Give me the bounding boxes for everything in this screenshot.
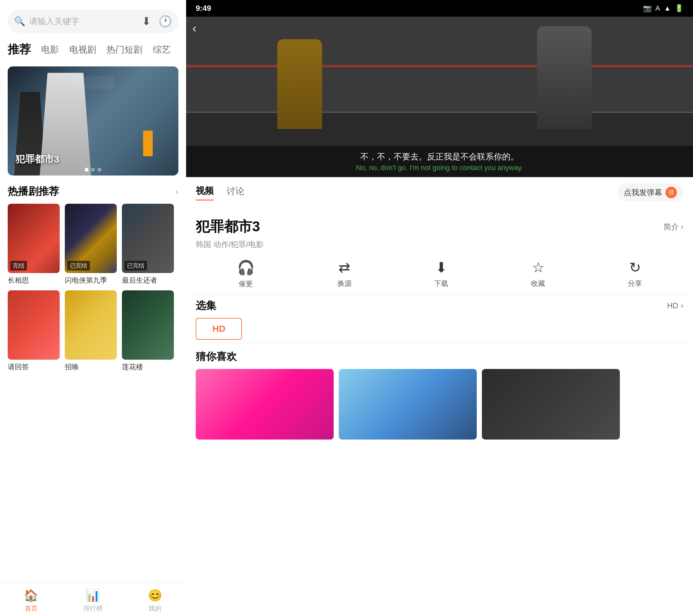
drama-card-3[interactable]: 请回答 [8,290,60,372]
bottom-nav-mine[interactable]: 😊 我的 [124,589,186,613]
tab-movie[interactable]: 电影 [41,41,59,58]
tab-short[interactable]: 热门短剧 [106,41,142,58]
collect-icon: ☆ [532,259,544,276]
battery-icon: 🔋 [675,4,684,13]
drama-title-1: 闪电侠第九季 [65,276,117,285]
drama-card-1[interactable]: 已完结 闪电侠第九季 [65,204,117,285]
bottom-nav-rank[interactable]: 📊 排行榜 [62,589,124,613]
movie-intro-button[interactable]: 简介 › [664,222,684,232]
hd-arrow: › [681,301,684,310]
drama-title-5: 莲花楼 [122,362,174,372]
drama-card-5[interactable]: 莲花楼 [122,290,174,372]
drama-title-4: 招唤 [65,362,117,372]
action-cuigeng[interactable]: 🎧 催更 [237,259,255,289]
status-bar: 9:49 📷 A ▲ 🔋 [186,0,693,17]
drama-card-4[interactable]: 招唤 [65,290,117,372]
download-icon: ⬇ [435,259,447,276]
nav-tabs: 推荐 电影 电视剧 热门短剧 综艺 [0,39,186,60]
intro-label: 简介 [664,222,679,232]
subtitle-english: No, no, don't go. I'm not going to conta… [193,164,687,172]
drama-badge-0: 完结 [10,261,27,271]
home-label: 首页 [25,604,38,613]
tab-recommend[interactable]: 推荐 [8,39,31,60]
drama-card-img-0: 完结 [8,204,60,273]
hero-dot-1 [85,168,88,172]
tab-variety[interactable]: 综艺 [153,41,171,58]
rank-icon: 📊 [86,589,100,602]
a-icon: A [655,4,660,13]
tab-discussion[interactable]: 讨论 [226,185,244,200]
action-buttons: 🎧 催更 ⇄ 换源 ⬇ 下载 ☆ 收藏 ↻ 分享 [186,250,693,295]
figure-left [277,39,322,129]
rec-card-2[interactable] [482,369,620,440]
subtitle-chinese: 不，不，不要去。反正我是不会联系你的。 [193,151,687,162]
tab-tv[interactable]: 电视剧 [69,41,96,58]
hero-dot-3 [98,168,101,172]
drama-card-0[interactable]: 完结 长相思 [8,204,60,285]
right-panel: 9:49 📷 A ▲ 🔋 ‹ 不，不，不要去。反正我是不会联系你的。 No, n… [186,0,693,616]
huanyuan-icon: ⇄ [338,259,350,276]
hero-detail [143,131,153,156]
rec-card-0[interactable] [196,369,334,440]
search-placeholder: 请输入关键字 [29,16,137,27]
hero-banner[interactable]: 犯罪都市3 [8,66,178,176]
bottom-nav-home[interactable]: 🏠 首页 [0,589,62,613]
drama-title-0: 长相思 [8,276,60,285]
camera-icon: 📷 [643,4,652,13]
search-bar[interactable]: 🔍 请输入关键字 ⬇ 🕐 [8,9,178,33]
tab-video[interactable]: 视频 [196,185,214,200]
episodes-section: 选集 HD › HD [186,295,693,343]
hot-section-arrow[interactable]: › [175,186,178,197]
intro-arrow: › [681,222,684,231]
hot-section-header: 热播剧推荐 › [0,176,186,204]
mine-label: 我的 [148,604,161,613]
history-icon[interactable]: 🕐 [158,15,172,27]
rec-card-1[interactable] [339,369,477,440]
collect-label: 收藏 [531,279,545,289]
cuigeng-label: 催更 [239,279,253,289]
episode-chip-hd[interactable]: HD [196,318,684,340]
search-icon: 🔍 [14,16,25,27]
drama-card-img-5 [122,290,174,360]
hero-scene [72,76,114,89]
huanyuan-label: 换源 [338,279,352,289]
status-time: 9:49 [196,4,211,13]
left-panel: 🔍 请输入关键字 ⬇ 🕐 推荐 电影 电视剧 热门短剧 综艺 犯罪都市3 热播剧… [0,0,186,616]
subtitle-area: 不，不，不要去。反正我是不会联系你的。 No, no, don't go. I'… [186,146,693,177]
rec-grid [196,369,684,440]
movie-tags: 韩国 动作/犯罪/电影 [196,239,684,250]
home-icon: 🏠 [24,589,38,602]
figure-right [537,26,592,129]
hero-dots [85,168,101,172]
share-icon: ↻ [629,259,641,276]
drama-badge-2: 已完结 [124,261,147,271]
rec-title: 猜你喜欢 [196,350,684,364]
download-label: 下载 [434,279,448,289]
download-icon[interactable]: ⬇ [142,15,151,27]
cuigeng-icon: 🎧 [237,259,255,276]
drama-badge-1: 已完结 [67,261,90,271]
danmu-badge: 弹 [666,187,677,198]
wifi-icon: ▲ [664,4,671,13]
drama-title-3: 请回答 [8,362,60,372]
action-huanyuan[interactable]: ⇄ 换源 [338,259,352,289]
status-icons: 📷 A ▲ 🔋 [643,4,684,13]
drama-card-2[interactable]: 已完结 最后生还者 [122,204,174,285]
video-player[interactable]: ‹ 不，不，不要去。反正我是不会联系你的。 No, no, don't go. … [186,17,693,177]
hd-label: HD [667,301,678,310]
hero-title: 犯罪都市3 [15,153,59,166]
movie-title-row: 犯罪都市3 简介 › [196,217,684,236]
action-collect[interactable]: ☆ 收藏 [531,259,545,289]
rank-label: 排行榜 [83,604,103,613]
action-share[interactable]: ↻ 分享 [628,259,642,289]
movie-info: 犯罪都市3 简介 › 韩国 动作/犯罪/电影 [186,208,693,250]
episodes-hd-button[interactable]: HD › [667,301,684,310]
drama-card-img-2: 已完结 [122,204,174,273]
danmu-button[interactable]: 点我发弹幕 弹 [617,183,684,201]
action-download[interactable]: ⬇ 下载 [434,259,448,289]
drama-title-2: 最后生还者 [122,276,174,285]
back-button[interactable]: ‹ [193,22,196,35]
episodes-title: 选集 [196,299,216,313]
episode-chip: HD [196,318,242,340]
hero-dot-2 [91,168,95,172]
